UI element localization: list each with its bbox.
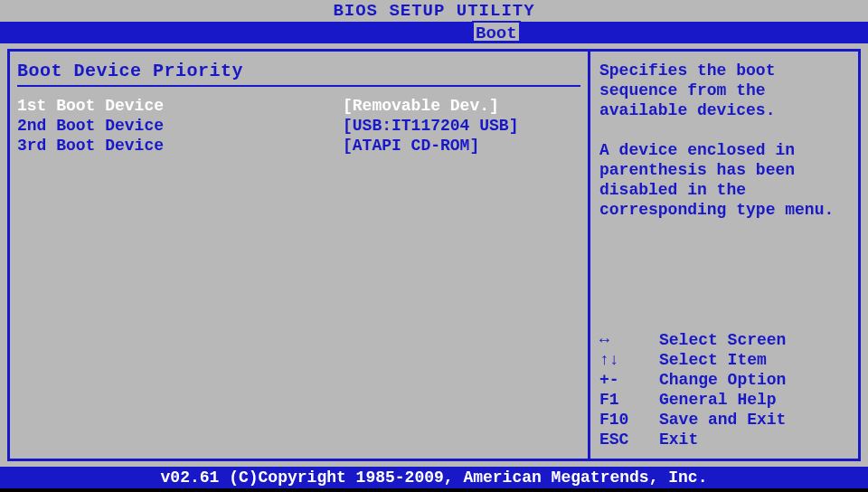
- key-binding-save-exit: F10 Save and Exit: [599, 410, 849, 430]
- boot-device-label: 3rd Boot Device: [17, 136, 343, 156]
- key-desc: Save and Exit: [659, 410, 786, 430]
- key-desc: General Help: [659, 390, 777, 410]
- key-desc: Exit: [659, 430, 698, 449]
- boot-device-row-3[interactable]: 3rd Boot Device [ATAPI CD-ROM]: [17, 136, 580, 156]
- key-label: ESC: [599, 430, 659, 449]
- key-desc: Select Item: [659, 350, 767, 370]
- help-pane: Specifies the boot sequence from the ava…: [588, 49, 861, 461]
- key-desc: Select Screen: [659, 330, 786, 350]
- boot-device-row-1[interactable]: 1st Boot Device [Removable Dev.]: [17, 96, 580, 116]
- key-label: +-: [599, 370, 659, 390]
- key-label: ↔: [599, 330, 659, 350]
- main-area: Boot Device Priority 1st Boot Device [Re…: [0, 43, 868, 467]
- tab-boot-label: Boot: [476, 24, 517, 43]
- boot-device-value: [ATAPI CD-ROM]: [343, 136, 479, 156]
- key-label: ↑↓: [599, 350, 659, 370]
- boot-device-label: 1st Boot Device: [17, 96, 343, 116]
- title-bar: BIOS SETUP UTILITY: [0, 0, 868, 22]
- tab-boot[interactable]: Boot: [472, 21, 521, 43]
- key-binding-select-screen: ↔ Select Screen: [599, 330, 849, 350]
- key-label: F10: [599, 410, 659, 430]
- boot-device-value: [USB:IT117204 USB]: [343, 116, 518, 136]
- footer-bar: v02.61 (C)Copyright 1985-2009, American …: [0, 467, 868, 488]
- key-desc: Change Option: [659, 370, 786, 390]
- section-title: Boot Device Priority: [17, 61, 580, 81]
- section-divider: [17, 85, 580, 87]
- key-binding-exit: ESC Exit: [599, 430, 849, 449]
- key-label: F1: [599, 390, 659, 410]
- boot-device-label: 2nd Boot Device: [17, 116, 343, 136]
- key-bindings: ↔ Select Screen ↑↓ Select Item +- Change…: [599, 330, 849, 449]
- help-text: Specifies the boot sequence from the ava…: [599, 61, 849, 220]
- key-binding-general-help: F1 General Help: [599, 390, 849, 410]
- menu-bar[interactable]: Boot: [0, 22, 868, 43]
- help-spacer: [599, 220, 849, 330]
- footer-text: v02.61 (C)Copyright 1985-2009, American …: [161, 468, 708, 487]
- boot-device-row-2[interactable]: 2nd Boot Device [USB:IT117204 USB]: [17, 116, 580, 136]
- settings-pane: Boot Device Priority 1st Boot Device [Re…: [7, 49, 588, 461]
- boot-device-value: [Removable Dev.]: [343, 96, 499, 116]
- app-title: BIOS SETUP UTILITY: [333, 1, 534, 21]
- boot-device-list: 1st Boot Device [Removable Dev.] 2nd Boo…: [17, 96, 580, 156]
- key-binding-select-item: ↑↓ Select Item: [599, 350, 849, 370]
- key-binding-change-option: +- Change Option: [599, 370, 849, 390]
- bios-screen: BIOS SETUP UTILITY Boot Boot Device Prio…: [0, 0, 868, 492]
